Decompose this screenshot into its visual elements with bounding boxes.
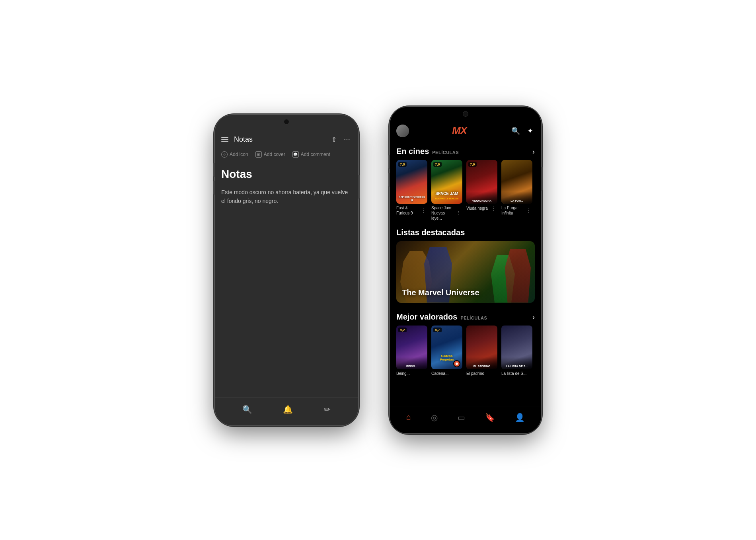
movie-card-ls[interactable]: LA LISTA DE S... La lista de S... (501, 326, 532, 378)
notas-body: Este modo oscuro no ahorra batería, ya q… (221, 188, 352, 206)
movie-footer-sj: Space Jam: Nuevas leye... ⋮ (431, 204, 462, 222)
movie-name-lp: La Purga: Infinita (501, 205, 525, 216)
mejor-valorados-title: Mejor valorados (396, 312, 457, 322)
poster-num-ff9: 9 (411, 198, 413, 202)
movie-more-lp[interactable]: ⋮ (525, 207, 532, 214)
movie-rating-cp: 8,7 (433, 328, 442, 332)
en-cines-arrow[interactable]: › (532, 148, 535, 156)
movies-bottomnav: ⌂ ◎ ▭ 🔖 👤 (390, 407, 541, 433)
bookmark-icon: 🔖 (485, 413, 495, 422)
movie-poster-bg9: 9,2 BEING... (396, 326, 427, 369)
notas-screen: Notas ⇧ ⋯ ☺ Add icon ▣ Add cover 💬 Add c… (215, 115, 358, 425)
search-icon[interactable]: 🔍 (510, 125, 522, 137)
movie-card-bg9[interactable]: 9,2 BEING... Being... (396, 326, 427, 378)
movie-card-cp[interactable]: 8,7 CadenaPerpetua Cadena... (431, 326, 462, 378)
app-logo: MX (413, 125, 506, 137)
movie-rating-sj: 7,9 (433, 162, 442, 167)
movie-card-gp[interactable]: EL PADRINO El padrino (466, 326, 497, 378)
share-icon[interactable]: ⇧ (330, 134, 338, 145)
mejor-valorados-arrow[interactable]: › (532, 313, 535, 322)
notas-content: Notas Este modo oscuro no ahorra batería… (215, 160, 358, 397)
movie-more-ff9[interactable]: ⋮ (420, 207, 427, 214)
power-button[interactable] (358, 175, 360, 199)
movie-poster-gp: EL PADRINO (466, 326, 497, 369)
movie-footer-gp: El padrino (466, 369, 497, 378)
more-icon[interactable]: ⋯ (342, 134, 352, 145)
logo-text: MX (452, 125, 467, 137)
filter-icon[interactable]: ✦ (526, 125, 535, 137)
add-cover-label: Add cover (264, 152, 285, 157)
home-icon: ⌂ (406, 413, 411, 422)
poster-label-ls: LA LISTA DE S... (501, 357, 532, 369)
en-cines-header: En cines PELÍCULAS › (390, 141, 541, 160)
movie-footer-lp: La Purga: Infinita ⋮ (501, 204, 532, 217)
featured-overlay: The Marvel Universe (396, 241, 535, 303)
poster-title-sj: SPACE JAM (431, 191, 462, 196)
profile-icon: 👤 (515, 413, 525, 422)
movie-footer-bg9: Being... (396, 369, 427, 378)
search-icon[interactable]: 🔍 (241, 403, 254, 416)
add-comment-button[interactable]: 💬 Add comment (292, 151, 330, 158)
movie-poster-vn: 7,9 VIUDA NEGRA (466, 160, 497, 204)
menu-icon[interactable] (221, 137, 228, 142)
avatar-image (396, 125, 409, 137)
movie-poster-ff9: 7,8 RÁPIDOS Y FURIOSOS 9 (396, 160, 427, 204)
movie-card-ff9[interactable]: 7,8 RÁPIDOS Y FURIOSOS 9 Fast & Furious … (396, 160, 427, 222)
en-cines-title: En cines (396, 147, 429, 156)
notas-app-title: Notas (234, 135, 326, 144)
movie-card-sj[interactable]: 7,9 SPACE JAM NUEVAS LEYENDAS Space Jam:… (431, 160, 462, 222)
add-icon-label: Add icon (230, 152, 248, 157)
movie-poster-ls: LA LISTA DE S... (501, 326, 532, 369)
bell-icon[interactable]: 🔔 (281, 403, 294, 416)
movie-more-sj[interactable]: ⋮ (455, 210, 462, 216)
add-cover-button[interactable]: ▣ Add cover (255, 151, 285, 158)
nav-bookmark[interactable]: 🔖 (481, 411, 499, 424)
movie-name-vn: Viuda negra (466, 206, 490, 211)
movie-poster-cp: 8,7 CadenaPerpetua (431, 326, 462, 369)
progress-indicator-cp (453, 360, 460, 367)
camera-notch (284, 119, 289, 125)
featured-section: The Marvel Universe (390, 241, 541, 307)
nav-profile[interactable]: 👤 (511, 411, 529, 424)
movie-name-sj: Space Jam: Nuevas leye... (431, 205, 455, 221)
en-cines-row: 7,8 RÁPIDOS Y FURIOSOS 9 Fast & Furious … (390, 160, 541, 222)
poster-label-gp: EL PADRINO (466, 357, 497, 369)
poster-label-vn: VIUDA NEGRA (466, 191, 497, 204)
movie-name-ls: La lista de S... (501, 371, 532, 376)
notas-bottombar: 🔍 🔔 ✏ (215, 397, 358, 425)
movie-footer-cp: Cadena... (431, 369, 462, 378)
notas-action-bar: ☺ Add icon ▣ Add cover 💬 Add comment (215, 149, 358, 160)
featured-card-marvel[interactable]: The Marvel Universe (396, 241, 535, 303)
poster-subtitle-sj: NUEVAS LEYENDAS (431, 197, 462, 200)
nav-home[interactable]: ⌂ (402, 411, 415, 423)
movie-rating-vn: 7,9 (468, 162, 477, 167)
movie-footer-ff9: Fast & Furious 9 ⋮ (396, 204, 427, 217)
comment-icon: 💬 (292, 151, 299, 158)
phone-notas: Notas ⇧ ⋯ ☺ Add icon ▣ Add cover 💬 Add c… (215, 115, 358, 425)
movie-more-vn[interactable]: ⋮ (490, 205, 497, 212)
user-avatar[interactable] (396, 125, 409, 137)
movie-footer-vn: Viuda negra ⋮ (466, 204, 497, 213)
mejor-valorados-subtitle: PELÍCULAS (460, 316, 487, 320)
poster-label-bg9: BEING... (396, 357, 427, 369)
notas-page-title: Notas (221, 168, 352, 181)
listas-title: Listas destacadas (396, 228, 465, 237)
add-comment-label: Add comment (301, 152, 330, 157)
movie-poster-sj: 7,9 SPACE JAM NUEVAS LEYENDAS (431, 160, 462, 204)
movie-poster-lp: LA PUR... (501, 160, 532, 204)
movie-card-lp[interactable]: LA PUR... La Purga: Infinita ⋮ (501, 160, 532, 222)
add-icon-button[interactable]: ☺ Add icon (221, 151, 248, 158)
movie-card-vn[interactable]: 7,9 VIUDA NEGRA Viuda negra ⋮ (466, 160, 497, 222)
movie-footer-ls: La lista de S... (501, 369, 532, 378)
screen-icon: ▭ (458, 413, 465, 422)
edit-icon[interactable]: ✏ (322, 403, 332, 416)
smiley-icon: ☺ (221, 151, 228, 158)
power-button[interactable] (541, 167, 543, 191)
progress-dot (456, 363, 458, 365)
compass-icon: ◎ (431, 413, 438, 422)
movies-screen: MX 🔍 ✦ En cines PELÍCULAS › 7,8 (390, 107, 541, 433)
listas-header: Listas destacadas (390, 222, 541, 241)
nav-screen[interactable]: ▭ (454, 411, 469, 424)
nav-explore[interactable]: ◎ (427, 411, 442, 424)
camera-notch (463, 111, 468, 117)
